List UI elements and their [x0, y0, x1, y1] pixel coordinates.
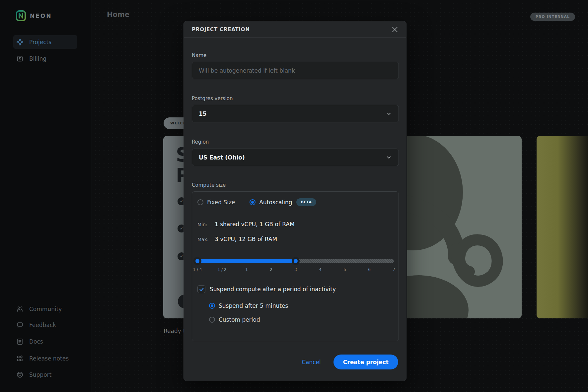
postgres-version-value: 15: [199, 110, 207, 117]
compute-size-label: Compute size: [192, 182, 226, 188]
release-notes-icon: [16, 355, 24, 362]
brand-logo[interactable]: NEON: [16, 10, 52, 21]
region-value: US East (Ohio): [199, 154, 245, 161]
project-name-input[interactable]: [192, 62, 399, 79]
slider-tick-label: 7: [393, 267, 395, 272]
max-compute-row: Max: 3 vCPU, 12 GB of RAM: [197, 236, 277, 242]
slider-tick-label: 3: [294, 267, 297, 272]
page-title: Home: [107, 11, 129, 19]
suspend-after-option[interactable]: Suspend after 5 minutes: [209, 302, 288, 309]
create-project-button[interactable]: Create project: [333, 355, 398, 369]
compute-size-panel: Fixed Size Autoscaling BETA Min: 1 share…: [192, 191, 399, 341]
sidebar-item-label: Feedback: [29, 322, 56, 328]
gradient-promo-card: [537, 136, 588, 318]
custom-period-label: Custom period: [219, 316, 260, 323]
beta-badge: BETA: [296, 198, 316, 206]
modal-title: PROJECT CREATION: [192, 27, 250, 33]
sidebar-item-release-notes[interactable]: Release notes: [16, 352, 69, 365]
region-label: Region: [192, 139, 209, 145]
max-value: 3 vCPU, 12 GB of RAM: [215, 236, 277, 242]
chevron-down-icon: [386, 111, 392, 117]
slider-tick-label: 1 / 4: [193, 267, 202, 272]
min-label: Min:: [197, 222, 215, 227]
sidebar-item-label: Billing: [29, 55, 46, 62]
sidebar: NEON Projects Billing Community: [0, 0, 92, 392]
elephant-photo-card: [407, 136, 522, 318]
suspend-checkbox[interactable]: [197, 285, 205, 293]
sidebar-item-label: Release notes: [29, 355, 69, 362]
sidebar-item-feedback[interactable]: Feedback: [16, 318, 56, 332]
compute-mode-options: Fixed Size Autoscaling BETA: [197, 198, 316, 206]
region-select[interactable]: US East (Ohio): [192, 149, 399, 166]
fixed-size-radio[interactable]: [197, 199, 203, 205]
min-compute-row: Min: 1 shared vCPU, 1 GB of RAM: [197, 221, 295, 228]
plan-badge: PRO INTERNAL: [530, 13, 575, 21]
slider-fill: [197, 259, 296, 263]
slider-tick-label: 5: [343, 267, 346, 272]
sidebar-item-billing[interactable]: Billing: [13, 52, 77, 65]
sidebar-item-label: Docs: [29, 338, 43, 345]
feedback-icon: [16, 321, 24, 329]
slider-tick-labels: 1 / 41 / 21234567: [197, 267, 394, 273]
projects-icon: [16, 38, 24, 46]
slider-tick-label: 2: [270, 267, 272, 272]
autoscaling-radio[interactable]: [250, 199, 256, 205]
sidebar-item-projects[interactable]: Projects: [13, 35, 77, 49]
autoscaling-option[interactable]: Autoscaling BETA: [250, 198, 316, 206]
postgres-version-select[interactable]: 15: [192, 105, 399, 122]
max-label: Max:: [197, 237, 215, 242]
compute-size-slider[interactable]: [197, 257, 394, 265]
slider-tick-label: 1: [245, 267, 248, 272]
fixed-size-option[interactable]: Fixed Size: [197, 199, 235, 206]
sidebar-item-label: Support: [29, 371, 51, 378]
cancel-button[interactable]: Cancel: [302, 359, 321, 365]
postgres-version-label: Postgres version: [192, 96, 233, 101]
billing-icon: [16, 55, 24, 63]
suspend-compute-row[interactable]: Suspend compute after a period of inacti…: [197, 285, 336, 293]
close-icon[interactable]: [391, 26, 399, 33]
app-root: NEON Projects Billing Community: [0, 0, 588, 392]
brand-wordmark: NEON: [30, 13, 52, 19]
sidebar-item-community[interactable]: Community: [16, 302, 62, 316]
slider-tick-label: 1 / 2: [218, 267, 227, 272]
docs-icon: [16, 338, 24, 346]
slider-max-handle[interactable]: [292, 257, 300, 265]
support-icon: [16, 371, 24, 379]
project-creation-modal: PROJECT CREATION Name Postgres version 1…: [184, 21, 406, 381]
suspend-after-radio[interactable]: [209, 303, 215, 309]
suspend-after-label: Suspend after 5 minutes: [219, 302, 288, 309]
name-label: Name: [192, 52, 206, 58]
community-icon: [16, 305, 24, 313]
elephant-statue-image: [407, 136, 522, 318]
sidebar-item-label: Community: [29, 306, 62, 312]
min-value: 1 shared vCPU, 1 GB of RAM: [215, 221, 295, 228]
slider-tick-label: 4: [319, 267, 322, 272]
suspend-checkbox-label: Suspend compute after a period of inacti…: [210, 286, 336, 293]
chevron-down-icon: [386, 155, 392, 161]
modal-footer: Cancel Create project: [302, 355, 398, 369]
modal-header-divider: [184, 37, 406, 38]
neon-logo-icon: [16, 10, 26, 21]
slider-min-handle[interactable]: [193, 257, 201, 265]
sidebar-item-label: Projects: [29, 39, 51, 45]
custom-period-option[interactable]: Custom period: [209, 316, 260, 323]
slider-tick-label: 6: [368, 267, 371, 272]
sidebar-item-support[interactable]: Support: [16, 368, 51, 381]
custom-period-radio[interactable]: [209, 317, 215, 323]
sidebar-item-docs[interactable]: Docs: [16, 335, 43, 348]
